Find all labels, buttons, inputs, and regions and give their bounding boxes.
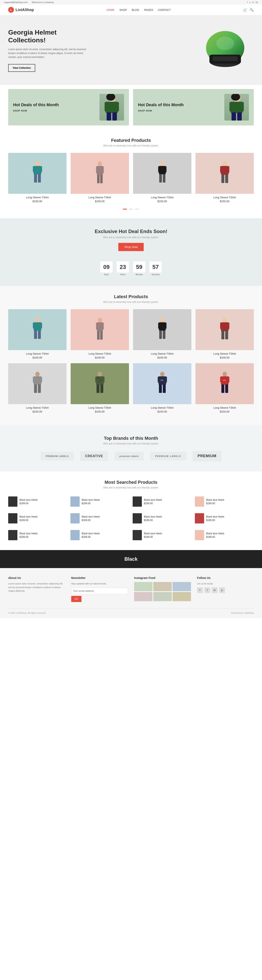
insta-thumb-5[interactable] [153,592,172,601]
searched-name-6: Black lace Heels [82,515,129,518]
hot-deal-1-shop[interactable]: SHOP NOW [13,110,27,112]
searched-price-8: $189.00 [206,519,254,522]
footer-pinterest-icon[interactable]: p [219,587,225,593]
insta-thumb-6[interactable] [173,592,191,601]
searched-name-5: Black lace Heels [19,515,67,518]
header: L ListAShop HOME SHOP BLOG PAGES CONTACT… [0,5,262,15]
searched-item-11[interactable]: Black lace Heels $189.00 [133,528,192,542]
latest-product-3[interactable]: Long Sleeve TShirt $100.00 [133,309,191,359]
svg-rect-10 [113,112,117,121]
latest-product-7-image: AON [133,363,191,404]
svg-rect-60 [163,331,165,339]
nav-contact[interactable]: CONTACT [158,8,171,11]
insta-thumb-2[interactable] [153,582,172,591]
logo[interactable]: L ListAShop [8,7,34,13]
social-icons-group: f t in p [197,587,254,593]
black-label-section: Black [0,550,262,568]
svg-text:AON: AON [160,380,163,381]
insta-thumb-1[interactable] [134,582,152,591]
footer-newsletter-sub: Stay updated with our latest trends: [71,582,128,585]
main-nav: HOME SHOP BLOG PAGES CONTACT [106,8,171,11]
linkedin-icon[interactable]: lin [256,1,258,3]
insta-thumb-4[interactable] [134,592,152,601]
latest-product-2[interactable]: Long Sleeve TShirt $100.00 [71,309,129,359]
latest-product-3-price: $100.00 [133,356,191,359]
svg-rect-30 [100,175,103,183]
searched-item-2[interactable]: Black lace Heels $189.00 [70,495,129,508]
nav-pages[interactable]: PAGES [144,8,153,11]
view-collection-button[interactable]: View Collection [8,64,35,72]
latest-product-5-price: $150.00 [8,410,67,413]
svg-point-19 [35,161,40,166]
svg-rect-92 [227,377,229,383]
searched-item-1[interactable]: Black lace Heels $189.00 [8,495,67,508]
twitter-icon[interactable]: y [249,1,251,3]
featured-product-4[interactable]: Long Sleeve TShirt $150.00 [195,153,254,203]
footer-instagram-title: Instagram Feed [134,576,191,579]
svg-rect-64 [227,323,229,329]
countdown-days: 09 Days [100,261,113,276]
latest-product-3-image [133,309,191,350]
searched-item-5[interactable]: Black lace Heels $189.00 [8,512,67,525]
searched-info-8: Black lace Heels $189.00 [206,515,254,522]
latest-product-5[interactable]: Long Sleeve TShirt $150.00 [8,363,67,413]
searched-item-12[interactable]: Black lace Heels $189.00 [195,528,254,542]
shop-now-button[interactable]: Shop Now [118,243,144,251]
latest-product-6[interactable]: Long Sleeve TShirt $150.00 [71,363,129,413]
cart-icon[interactable]: 🛒 [243,8,247,12]
searched-price-6: $169.00 [82,519,129,522]
latest-product-8[interactable]: AON Long Sleeve TShirt $150.00 [195,363,254,413]
footer-instagram-icon[interactable]: in [212,587,218,593]
brand-4[interactable]: PREMIUM LABELS [150,452,186,460]
latest-product-6-price: $150.00 [71,410,129,413]
searched-item-4[interactable]: Black lace Heels $189.00 [195,495,254,508]
nav-home[interactable]: HOME [106,8,114,11]
insta-thumb-3[interactable] [173,582,191,591]
footer-newsletter: Newsletter Stay updated with our latest … [71,576,128,602]
search-icon[interactable]: 🔍 [250,8,254,12]
svg-rect-69 [33,377,36,383]
svg-point-4 [216,37,234,50]
svg-rect-59 [159,331,162,339]
svg-rect-81 [98,382,100,382]
searched-price-12: $189.00 [206,536,254,538]
searched-item-3[interactable]: Black lace Heels $169.00 [133,495,192,508]
searched-price-5: $189.00 [19,519,67,522]
featured-product-3[interactable]: Long Sleeve TShirt $150.00 [133,153,191,203]
brand-2[interactable]: CREATIVE [80,451,108,461]
svg-point-31 [160,161,164,166]
newsletter-email-input[interactable] [71,588,128,594]
dot-inactive-1[interactable] [129,209,133,210]
searched-item-7[interactable]: Black lace Heels $189.00 [133,512,192,525]
instagram-icon[interactable]: in [252,1,254,3]
hot-deal-2-text: Hot Deals of this Month SHOP NOW [138,102,184,112]
searched-item-10[interactable]: Black lace Heels $189.00 [70,528,129,542]
hot-deal-2-shop[interactable]: SHOP NOW [138,110,152,112]
footer-facebook-icon[interactable]: f [197,587,203,593]
searched-name-9: Black lace Heels [19,532,67,535]
most-searched-section: Most Searched Products Who are is extrem… [0,471,262,550]
featured-product-2[interactable]: Long Sleeve TShirt $150.00 [71,153,129,203]
nav-shop[interactable]: SHOP [119,8,127,11]
facebook-icon[interactable]: f [247,1,248,3]
latest-product-1[interactable]: Long Sleeve TShirt $100.00 [8,309,67,359]
latest-product-7[interactable]: AON Long Sleeve TShirt $150.00 [133,363,191,413]
most-searched-title: Most Searched Products [8,480,254,485]
featured-product-1[interactable]: Long Sleeve TShirt $150.00 [8,153,67,203]
brand-5[interactable]: PREMIUM [192,451,221,461]
footer-twitter-icon[interactable]: t [205,587,210,593]
searched-item-8[interactable]: Black lace Heels $189.00 [195,512,254,525]
searched-item-9[interactable]: Black lace Heels $189.00 [8,528,67,542]
latest-product-4[interactable]: Long Sleeve TShirt $100.00 [195,309,254,359]
searched-item-6[interactable]: Black lace Heels $169.00 [70,512,129,525]
dot-active[interactable] [123,209,127,210]
searched-price-9: $189.00 [19,536,67,538]
brand-3[interactable]: premium labels [114,452,144,460]
searched-price-3: $169.00 [144,502,192,505]
brand-1[interactable]: PREMIUM LABELS [41,452,74,460]
nav-blog[interactable]: BLOG [132,8,139,11]
dot-inactive-2[interactable] [135,209,139,210]
newsletter-submit-button[interactable]: GO [71,596,82,602]
footer-follow-sub: Let us be social. [197,582,254,585]
brands-subtitle: Who are is extremely love with eco frien… [8,442,254,445]
